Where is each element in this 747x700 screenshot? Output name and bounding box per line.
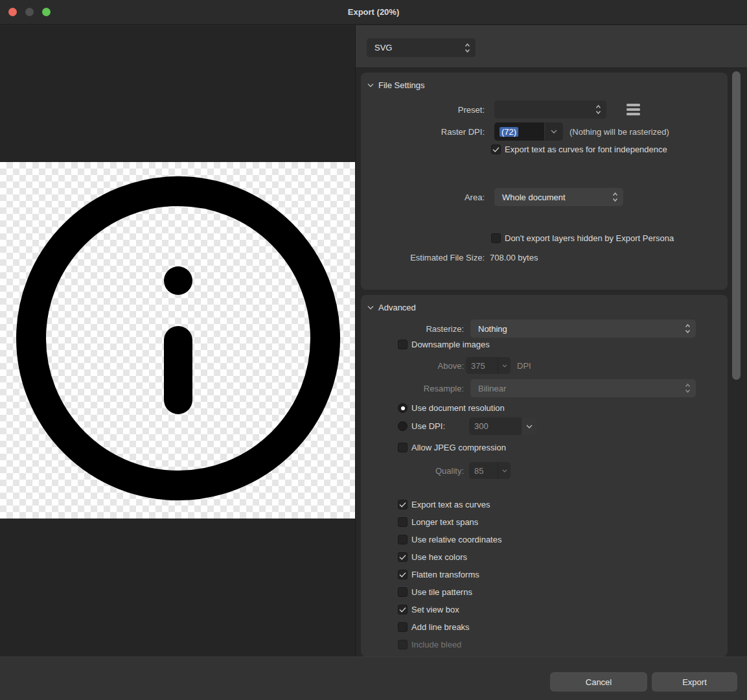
advanced-card: Advanced Rasterize: Nothing Downsample i… <box>361 295 728 657</box>
stepper-icon <box>612 192 618 202</box>
above-dpi-select[interactable]: 375 <box>466 357 511 374</box>
estimated-size-value: 708.00 bytes <box>490 253 538 262</box>
raster-dpi-combo[interactable]: (72) <box>494 122 563 141</box>
transparency-checkerboard <box>0 162 355 519</box>
area-label: Area: <box>361 192 485 202</box>
export-preview <box>0 25 355 657</box>
export-text-as-curves-checkbox[interactable] <box>398 500 408 509</box>
chevron-down-icon <box>367 83 374 88</box>
use-dpi-combo[interactable]: 300 <box>469 417 536 435</box>
raster-dpi-value: (72) <box>500 127 518 137</box>
section-header-advanced[interactable]: Advanced <box>367 303 416 312</box>
use-hex-colors-checkbox[interactable] <box>398 552 408 562</box>
titlebar: Export (20%) <box>0 0 747 25</box>
resample-label: Resample: <box>361 384 464 393</box>
section-header-file-settings[interactable]: File Settings <box>367 80 425 90</box>
dont-export-hidden-checkbox[interactable] <box>491 233 501 243</box>
dialog-footer: Cancel Export <box>0 657 747 700</box>
stepper-icon <box>685 324 691 334</box>
info-icon <box>0 162 355 519</box>
window-title: Export (20%) <box>0 0 747 25</box>
resample-select[interactable]: Bilinear <box>470 379 696 397</box>
above-unit: DPI <box>517 361 531 371</box>
stepper-icon <box>465 43 470 52</box>
use-document-resolution-radio[interactable] <box>398 403 408 413</box>
export-text-curves-font-checkbox[interactable] <box>491 145 501 154</box>
format-select-value: SVG <box>374 43 392 52</box>
above-label: Above: <box>361 361 464 371</box>
add-line-breaks-checkbox[interactable] <box>398 622 408 632</box>
export-dialog: Export (20%) SVG File Settings <box>0 0 747 700</box>
use-relative-coordinates-checkbox[interactable] <box>398 535 408 544</box>
export-button[interactable]: Export <box>652 672 737 692</box>
format-strip: SVG <box>356 25 747 68</box>
use-dpi-radio[interactable] <box>398 421 408 431</box>
use-dpi-dropdown-button[interactable] <box>522 417 536 435</box>
preset-label: Preset: <box>361 105 485 115</box>
allow-jpeg-compression-checkbox[interactable] <box>398 443 408 452</box>
preset-menu-icon[interactable] <box>626 104 640 115</box>
area-select[interactable]: Whole document <box>494 188 623 206</box>
chevron-down-icon <box>367 305 374 310</box>
rasterize-select[interactable]: Nothing <box>470 320 696 338</box>
downsample-images-checkbox[interactable] <box>398 340 408 349</box>
stepper-icon <box>595 105 601 115</box>
use-tile-patterns-checkbox[interactable] <box>398 587 408 597</box>
raster-dpi-dropdown-button[interactable] <box>545 122 563 141</box>
stepper-icon <box>685 384 691 393</box>
raster-dpi-note: (Nothing will be rasterized) <box>569 127 669 137</box>
longer-text-spans-checkbox[interactable] <box>398 517 408 527</box>
chevron-down-icon <box>498 364 511 368</box>
format-select[interactable]: SVG <box>367 38 476 57</box>
quality-select[interactable]: 85 <box>469 462 511 479</box>
file-settings-card: File Settings Preset: Raster DPI: (72) <box>361 73 728 290</box>
estimated-size-label: Estimated File Size: <box>361 253 485 262</box>
settings-panel: SVG File Settings Preset: <box>355 25 747 657</box>
scrollbar-thumb[interactable] <box>732 71 741 380</box>
quality-label: Quality: <box>361 466 464 476</box>
chevron-down-icon <box>498 469 511 472</box>
rasterize-label: Rasterize: <box>361 324 464 334</box>
preset-select[interactable] <box>494 100 606 119</box>
set-view-box-checkbox[interactable] <box>398 605 408 614</box>
include-bleed-checkbox[interactable] <box>398 640 408 649</box>
raster-dpi-label: Raster DPI: <box>361 127 485 137</box>
flatten-transforms-checkbox[interactable] <box>398 570 408 579</box>
cancel-button[interactable]: Cancel <box>550 672 647 692</box>
